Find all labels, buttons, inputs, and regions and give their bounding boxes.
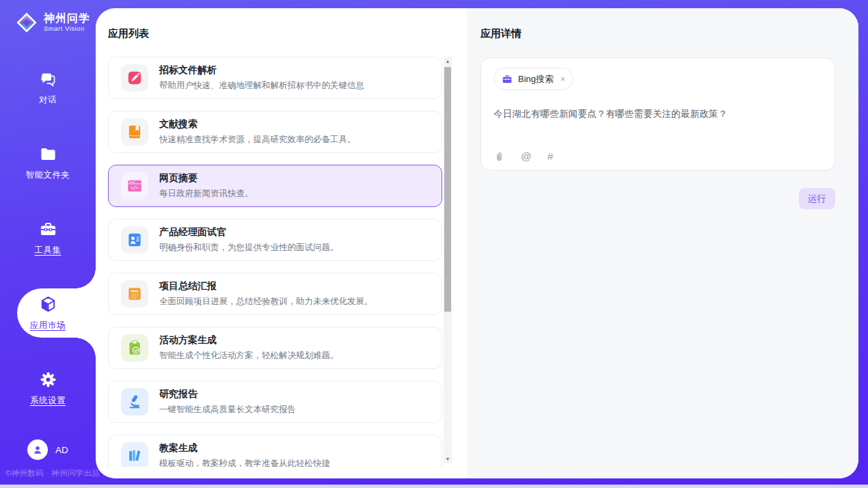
- sidebar-item-label: 应用市场: [30, 320, 66, 331]
- app-name: 招标文件解析: [159, 64, 364, 77]
- run-button[interactable]: 运行: [799, 188, 835, 209]
- app-card-7[interactable]: 教案生成模板驱动，教案秒成，教学准备从此轻松快捷: [108, 435, 442, 467]
- tool-chip-bing-search[interactable]: Bing搜索 ×: [493, 68, 573, 90]
- brand-logo: 神州问学 Smart Vision: [0, 0, 96, 34]
- app-description: 快速精准查找学术资源，提高研究效率的必备工具。: [159, 134, 356, 146]
- app-detail-pane: 应用详情 Bing搜索 × 今日湖北有哪些新闻要点？有哪些需要关注的最新政策？: [467, 8, 858, 478]
- app-name: 研究报告: [159, 388, 296, 401]
- brand-subtitle: Smart Vision: [44, 25, 90, 32]
- chat-icon: [39, 70, 57, 88]
- doc-edit-icon: [121, 64, 148, 92]
- app-card-1[interactable]: 文献搜索快速精准查找学术资源，提高研究效率的必备工具。: [108, 111, 442, 153]
- sidebar-item-label: 系统设置: [30, 395, 66, 407]
- sidebar-item-label: 工具集: [35, 245, 62, 256]
- avatar: [27, 439, 48, 460]
- sidebar-nav: 对话智能文件夹工具集应用市场系统设置: [0, 64, 96, 411]
- user-account[interactable]: AD: [0, 439, 96, 460]
- toolbox-icon: [39, 220, 57, 239]
- sidebar-item-3[interactable]: 应用市场: [0, 290, 96, 336]
- sidebar: 神州问学 Smart Vision 对话智能文件夹工具集应用市场系统设置 AD …: [0, 0, 96, 485]
- scrollbar[interactable]: ▲ ▼: [444, 57, 452, 463]
- app-description: 智能生成个性化活动方案，轻松解决规划难题。: [159, 350, 339, 362]
- app-description: 帮助用户快速、准确地理解和解析招标书中的关键信息: [159, 80, 364, 92]
- app-list: 招标文件解析帮助用户快速、准确地理解和解析招标书中的关键信息文献搜索快速精准查找…: [108, 57, 442, 467]
- scrollbar-down-icon[interactable]: ▼: [444, 455, 452, 463]
- briefcase-icon: [502, 74, 513, 85]
- composer-toolbar: @ #: [493, 150, 553, 163]
- app-description: 每日政府新闻资讯快查。: [159, 188, 254, 200]
- run-row: 运行: [480, 188, 835, 209]
- app-card-2[interactable]: </>网页摘要每日政府新闻资讯快查。: [108, 165, 442, 207]
- app-name: 产品经理面试官: [159, 226, 339, 239]
- app-list-pane: 应用列表 招标文件解析帮助用户快速、准确地理解和解析招标书中的关键信息文献搜索快…: [96, 8, 467, 478]
- user-initials: AD: [55, 445, 68, 455]
- app-name: 文献搜索: [159, 118, 356, 131]
- app-description: 全面回顾项目进展，总结经验教训，助力未来优化发展。: [159, 296, 373, 308]
- tool-chip-label: Bing搜索: [518, 73, 554, 85]
- app-description: 模板驱动，教案秒成，教学准备从此轻松快捷: [159, 458, 330, 467]
- app-name: 活动方案生成: [159, 334, 339, 347]
- copyright-text: ©神州数码 · 神州问学出品: [5, 468, 100, 478]
- chip-close-icon[interactable]: ×: [560, 74, 565, 84]
- scrollbar-thumb[interactable]: [444, 67, 451, 312]
- app-card-4[interactable]: 项目总结汇报全面回顾项目进展，总结经验教训，助力未来优化发展。: [108, 273, 442, 315]
- book-icon: [121, 118, 148, 146]
- books-icon: [121, 442, 148, 467]
- summary-note-icon: [121, 280, 148, 308]
- app-card-0[interactable]: 招标文件解析帮助用户快速、准确地理解和解析招标书中的关键信息: [108, 57, 442, 99]
- clipboard-check-icon: [121, 334, 148, 362]
- app-name: 教案生成: [159, 442, 330, 455]
- app-description: 明确身份和职责，为您提供专业性的面试问题。: [159, 242, 339, 254]
- app-description: 一键智能生成高质量长文本研究报告: [159, 404, 296, 416]
- query-input[interactable]: 今日湖北有哪些新闻要点？有哪些需要关注的最新政策？: [493, 108, 822, 120]
- sidebar-item-2[interactable]: 工具集: [0, 215, 96, 261]
- folder-icon: [39, 145, 57, 163]
- main-panel: 应用列表 招标文件解析帮助用户快速、准确地理解和解析招标书中的关键信息文献搜索快…: [96, 8, 858, 478]
- gear-icon: [39, 370, 57, 389]
- scrollbar-up-icon[interactable]: ▲: [444, 57, 452, 66]
- app-name: 网页摘要: [159, 172, 254, 185]
- sidebar-item-4[interactable]: 系统设置: [0, 365, 96, 411]
- app-window: 神州问学 Smart Vision 对话智能文件夹工具集应用市场系统设置 AD …: [0, 0, 868, 488]
- window-bottom-edge: [0, 485, 868, 488]
- cube-icon: [39, 295, 57, 314]
- microscope-icon: [121, 388, 148, 416]
- app-card-3[interactable]: 产品经理面试官明确身份和职责，为您提供专业性的面试问题。: [108, 219, 442, 261]
- person-icon: [31, 444, 44, 456]
- browser-code-icon: </>: [121, 172, 148, 200]
- brand-diamond-icon: [15, 11, 38, 34]
- sidebar-item-1[interactable]: 智能文件夹: [0, 139, 96, 186]
- composer-card: Bing搜索 × 今日湖北有哪些新闻要点？有哪些需要关注的最新政策？ @ #: [480, 57, 835, 171]
- svg-text:</>: </>: [131, 185, 139, 191]
- at-icon[interactable]: @: [521, 150, 532, 163]
- hash-icon[interactable]: #: [547, 150, 554, 163]
- sidebar-item-0[interactable]: 对话: [0, 64, 96, 111]
- app-list-title: 应用列表: [108, 27, 149, 40]
- interviewer-icon: [121, 226, 148, 254]
- brand-name: 神州问学: [44, 13, 90, 25]
- sidebar-item-label: 智能文件夹: [26, 170, 70, 181]
- paperclip-icon[interactable]: [493, 151, 505, 163]
- app-name: 项目总结汇报: [159, 280, 373, 293]
- app-card-6[interactable]: 研究报告一键智能生成高质量长文本研究报告: [108, 381, 442, 423]
- app-card-5[interactable]: 活动方案生成智能生成个性化活动方案，轻松解决规划难题。: [108, 327, 442, 369]
- app-detail-title: 应用详情: [480, 27, 835, 40]
- sidebar-item-label: 对话: [39, 94, 57, 106]
